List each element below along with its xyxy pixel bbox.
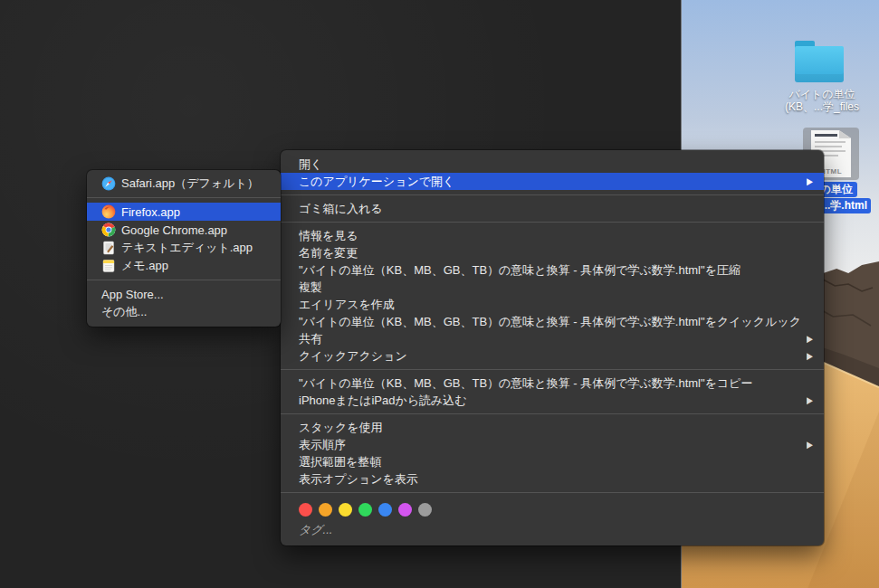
open-with-item-app-store[interactable]: App Store... bbox=[87, 285, 281, 303]
open-with-item-label: テキストエディット.app bbox=[121, 240, 253, 256]
menu-item-rename[interactable]: 名前を変更 bbox=[281, 244, 824, 261]
tag-dot-gray[interactable] bbox=[418, 503, 432, 517]
menu-item-label: 共有 bbox=[299, 331, 799, 347]
menu-item-open[interactable]: 開く bbox=[281, 156, 824, 173]
menu-item-compress[interactable]: "バイトの単位（KB、MB、GB、TB）の意味と換算 - 具体例で学ぶ数学.ht… bbox=[281, 261, 824, 279]
menu-item-make-alias[interactable]: エイリアスを作成 bbox=[281, 296, 824, 313]
menu-item-label: エイリアスを作成 bbox=[299, 297, 813, 313]
notes-icon bbox=[101, 259, 116, 273]
menu-item-label: クイックアクション bbox=[299, 348, 799, 365]
submenu-arrow-icon: ▶ bbox=[807, 176, 813, 187]
menu-item-label: ゴミ箱に入れる bbox=[299, 201, 813, 217]
open-with-item-label: その他... bbox=[101, 304, 147, 320]
menu-separator bbox=[87, 197, 281, 198]
menu-item-move-to-trash[interactable]: ゴミ箱に入れる bbox=[281, 200, 824, 217]
open-with-item-label: Firefox.app bbox=[121, 205, 180, 219]
menu-item-tags[interactable]: タグ... bbox=[281, 521, 824, 538]
menu-separator bbox=[87, 280, 281, 280]
html-file-thumbnail-header bbox=[815, 134, 837, 137]
menu-item-label: このアプリケーションで開く bbox=[299, 174, 799, 190]
submenu-arrow-icon: ▶ bbox=[807, 440, 813, 450]
html-file-thumbnail-line bbox=[815, 141, 846, 143]
menu-separator bbox=[281, 194, 824, 195]
safari-icon bbox=[101, 176, 116, 191]
menu-item-copy[interactable]: "バイトの単位（KB、MB、GB、TB）の意味と換算 - 具体例で学ぶ数学.ht… bbox=[281, 375, 824, 392]
menu-separator bbox=[281, 413, 824, 414]
open-with-submenu: Safari.app（デフォルト）Firefox.appGoogle Chrom… bbox=[87, 170, 281, 327]
tag-colors-row bbox=[281, 498, 824, 521]
menu-item-quick-actions[interactable]: クイックアクション▶ bbox=[281, 347, 824, 365]
menu-separator bbox=[281, 369, 824, 370]
open-with-item-google-chrome[interactable]: Google Chrome.app bbox=[87, 221, 281, 239]
firefox-icon bbox=[101, 204, 116, 219]
open-with-item-other[interactable]: その他... bbox=[87, 303, 281, 321]
open-with-item-label: Safari.app（デフォルト） bbox=[121, 175, 259, 192]
context-menu: 開くこのアプリケーションで開く▶ゴミ箱に入れる情報を見る名前を変更"バイトの単位… bbox=[281, 150, 824, 545]
open-with-item-safari[interactable]: Safari.app（デフォルト） bbox=[87, 175, 281, 193]
folder-icon-body bbox=[795, 46, 844, 82]
menu-item-share[interactable]: 共有▶ bbox=[281, 330, 824, 347]
chrome-icon bbox=[101, 223, 116, 237]
html-file-thumbnail-line bbox=[815, 146, 842, 147]
menu-item-clean-up-selection[interactable]: 選択範囲を整頓 bbox=[281, 453, 824, 470]
open-with-item-label: App Store... bbox=[101, 288, 164, 301]
menu-item-label: スタックを使用 bbox=[299, 420, 813, 436]
menu-item-show-view-options[interactable]: 表示オプションを表示 bbox=[281, 470, 824, 488]
tag-dot-red[interactable] bbox=[299, 503, 312, 517]
tag-dot-orange[interactable] bbox=[319, 503, 332, 517]
tag-dot-yellow[interactable] bbox=[339, 503, 352, 517]
menu-item-get-info[interactable]: 情報を見る bbox=[281, 227, 824, 244]
tag-dot-purple[interactable] bbox=[398, 503, 412, 517]
folder-label[interactable]: バイトの単位 (KB、...学_files bbox=[765, 88, 879, 113]
open-with-item-firefox[interactable]: Firefox.app bbox=[87, 203, 281, 221]
submenu-arrow-icon: ▶ bbox=[807, 334, 813, 345]
menu-item-duplicate[interactable]: 複製 bbox=[281, 279, 824, 296]
menu-item-sort-by[interactable]: 表示順序▶ bbox=[281, 436, 824, 453]
menu-item-open-with[interactable]: このアプリケーションで開く▶ bbox=[281, 173, 824, 190]
menu-item-label: 表示オプションを表示 bbox=[299, 471, 813, 488]
menu-item-label: iPhoneまたはiPadから読み込む bbox=[299, 393, 799, 409]
menu-item-label: タグ... bbox=[299, 522, 813, 538]
menu-item-use-stacks[interactable]: スタックを使用 bbox=[281, 419, 824, 436]
submenu-arrow-icon: ▶ bbox=[807, 351, 813, 362]
open-with-item-label: Google Chrome.app bbox=[121, 223, 227, 237]
folder-label-line2: (KB、...学_files bbox=[765, 100, 879, 113]
menu-item-label: 開く bbox=[299, 156, 813, 173]
tag-dot-green[interactable] bbox=[358, 503, 372, 517]
menu-item-label: 名前を変更 bbox=[299, 245, 813, 261]
open-with-item-notes[interactable]: メモ.app bbox=[87, 257, 281, 275]
submenu-arrow-icon: ▶ bbox=[807, 395, 813, 406]
menu-item-label: "バイトの単位（KB、MB、GB、TB）の意味と換算 - 具体例で学ぶ数学.ht… bbox=[299, 375, 813, 392]
textedit-icon bbox=[101, 241, 116, 255]
menu-item-label: 複製 bbox=[299, 280, 813, 296]
menu-item-label: 表示順序 bbox=[299, 437, 799, 453]
menu-separator bbox=[281, 222, 824, 223]
folder-label-line1: バイトの単位 bbox=[765, 88, 879, 100]
menu-item-quick-look[interactable]: "バイトの単位（KB、MB、GB、TB）の意味と換算 - 具体例で学ぶ数学.ht… bbox=[281, 313, 824, 330]
menu-separator bbox=[281, 492, 824, 493]
open-with-item-label: メモ.app bbox=[121, 258, 168, 274]
menu-item-label: "バイトの単位（KB、MB、GB、TB）の意味と換算 - 具体例で学ぶ数学.ht… bbox=[299, 262, 813, 279]
tag-dot-blue[interactable] bbox=[378, 503, 392, 517]
menu-item-label: "バイトの単位（KB、MB、GB、TB）の意味と換算 - 具体例で学ぶ数学.ht… bbox=[299, 314, 813, 330]
menu-item-label: 情報を見る bbox=[299, 228, 813, 244]
open-with-item-textedit[interactable]: テキストエディット.app bbox=[87, 239, 281, 257]
menu-item-import-from-iphone-ipad[interactable]: iPhoneまたはiPadから読み込む▶ bbox=[281, 392, 824, 409]
menu-item-label: 選択範囲を整頓 bbox=[299, 454, 813, 470]
